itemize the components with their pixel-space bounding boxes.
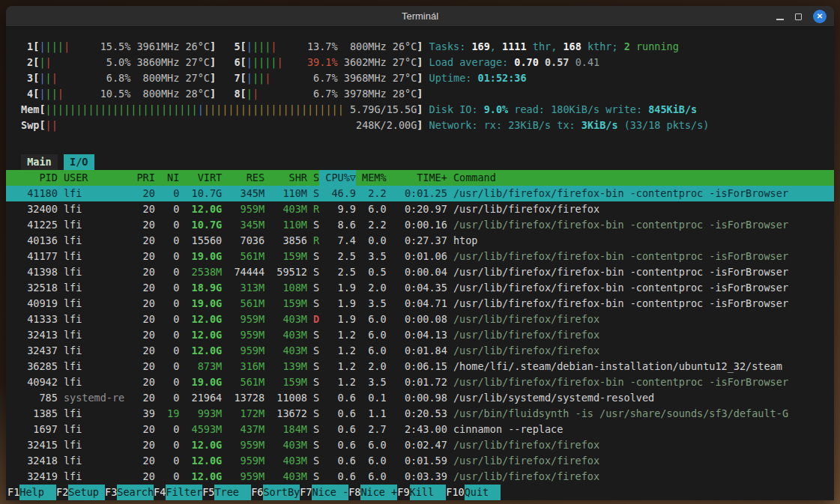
cell-virt: 19.0G bbox=[179, 374, 222, 390]
meter-spacer bbox=[58, 118, 356, 133]
column-header-pid[interactable]: PID bbox=[21, 170, 58, 186]
cell-s: S bbox=[307, 343, 319, 359]
fnkey-sortby[interactable]: F6SortBy bbox=[251, 485, 300, 500]
cell-ni: 0 bbox=[155, 280, 180, 296]
meter-pipes: | bbox=[39, 39, 45, 55]
fnkey-help[interactable]: F1Help bbox=[7, 485, 56, 500]
close-button[interactable]: ✕ bbox=[813, 10, 827, 23]
fnkey-filter[interactable]: F4Filter bbox=[154, 485, 202, 500]
cell-pri: 20 bbox=[130, 217, 155, 233]
meter-left: Mem[||||||||||||||||||||||||||||||||||||… bbox=[21, 102, 423, 118]
column-header-pri[interactable]: PRI bbox=[130, 170, 155, 186]
process-row[interactable]: 41177lfi20019.0G561M159MS2.53.50:01.06/u… bbox=[6, 249, 834, 264]
cell-pid: 32518 bbox=[21, 280, 58, 296]
cell-time: 0:01.72 bbox=[387, 374, 447, 390]
info-part: 01:52:36 bbox=[478, 72, 527, 84]
meter-pipes: | bbox=[271, 39, 277, 55]
process-row[interactable]: 40136lfi2001556070363856R7.40.00:27.37ht… bbox=[6, 233, 834, 249]
column-header-mem[interactable]: MEM% bbox=[356, 170, 387, 186]
process-row[interactable]: 785systemd-re200219641372811008S0.60.10:… bbox=[6, 390, 834, 406]
minimize-button[interactable] bbox=[776, 13, 784, 20]
cell-ni: 0 bbox=[155, 422, 180, 437]
meter-pipes: | bbox=[277, 55, 282, 70]
meter-pipes: | bbox=[265, 70, 271, 86]
cell-user: lfi bbox=[64, 374, 130, 390]
column-header-cpu[interactable]: CPU%▽ bbox=[319, 170, 356, 186]
cell-time: 2:43.00 bbox=[387, 422, 447, 437]
process-row[interactable]: 32400lfi20012.0G959M403MR9.96.00:20.97/u… bbox=[6, 201, 834, 217]
process-row[interactable]: 41225lfi20010.7G345M110MS8.62.20:00.16/u… bbox=[6, 217, 834, 233]
process-row[interactable]: 41398lfi2002538M7444459512S2.50.50:00.04… bbox=[6, 264, 834, 280]
cell-ni: 0 bbox=[155, 390, 180, 406]
cell-mem: 6.0 bbox=[356, 437, 387, 453]
column-header-shr[interactable]: SHR bbox=[265, 170, 307, 186]
info-part: tx: bbox=[551, 119, 581, 131]
window-controls: ✕ bbox=[776, 6, 827, 27]
process-row[interactable]: 1385lfi3919993M172M13672S0.61.10:20.53/u… bbox=[6, 406, 834, 422]
tab-io[interactable]: I/O bbox=[64, 154, 94, 170]
meter-value: 10.5% 800MHz 28°C bbox=[100, 86, 210, 102]
meter-left: 2[|| 5.0% 3860MHz 27°C]6[||||||39.1% 360… bbox=[21, 55, 423, 70]
process-row[interactable]: 32518lfi20018.9G313M108MS1.92.00:04.35/u… bbox=[6, 280, 834, 296]
cell-cpu: 1.9 bbox=[319, 312, 356, 327]
maximize-button[interactable] bbox=[795, 13, 802, 20]
cell-res: 172M bbox=[222, 406, 265, 422]
fnkey-tree[interactable]: F5Tree bbox=[202, 485, 251, 500]
process-row[interactable]: 32418lfi20012.0G959M403MS0.66.00:01.59/u… bbox=[6, 453, 834, 469]
cell-ni: 0 bbox=[155, 217, 180, 233]
fnkey-nice[interactable]: F8Nice + bbox=[348, 485, 397, 500]
meter-bar: ||||||39.1% 3602MHz 27°C bbox=[247, 55, 417, 70]
process-row[interactable]: 32437lfi20012.0G959M403MS1.26.00:01.84/u… bbox=[6, 343, 834, 359]
cell-user: lfi bbox=[64, 217, 130, 233]
fnkey-search[interactable]: F3Search bbox=[105, 485, 154, 500]
process-row[interactable]: 36285lfi200873M316M139MS1.22.00:06.15/ho… bbox=[6, 359, 834, 374]
fnkey-key: F8 bbox=[348, 485, 360, 500]
fnkey-kill[interactable]: F9Kill bbox=[397, 485, 446, 500]
process-row[interactable]: 41180lfi20010.7G345M110MS46.92.20:01.25/… bbox=[6, 186, 834, 201]
cell-cpu: 1.2 bbox=[319, 374, 356, 390]
fnkey-nice[interactable]: F7Nice - bbox=[300, 485, 348, 500]
process-row[interactable]: 32419lfi20012.0G959M403MS0.66.00:03.39/u… bbox=[6, 469, 834, 485]
process-row[interactable]: 40942lfi20019.0G561M159MS1.23.50:01.72/u… bbox=[6, 374, 834, 390]
fnkey-quit[interactable]: F10Quit bbox=[446, 485, 501, 500]
cell-mem: 6.0 bbox=[356, 327, 387, 343]
titlebar[interactable]: Terminál ✕ bbox=[6, 6, 834, 27]
cell-s: S bbox=[307, 406, 319, 422]
cell-user: lfi bbox=[64, 406, 130, 422]
process-row[interactable]: 32413lfi20012.0G959M403MS1.26.00:04.13/u… bbox=[6, 327, 834, 343]
column-header-cmd[interactable]: Command bbox=[453, 170, 834, 186]
cell-cmd: /usr/lib/firefox/firefox-bin -contentpro… bbox=[453, 296, 834, 312]
fnkey-key: F3 bbox=[105, 485, 117, 500]
column-header-s[interactable]: S bbox=[307, 170, 319, 186]
process-row[interactable]: 41333lfi20012.0G959M403MD1.96.00:00.08/u… bbox=[6, 312, 834, 327]
process-row[interactable]: 1697lfi2004593M437M184MS0.62.72:43.00cin… bbox=[6, 422, 834, 437]
fnkey-setup[interactable]: F2Setup bbox=[56, 485, 105, 500]
cell-shr: 3856 bbox=[265, 233, 307, 249]
column-header-time[interactable]: TIME+ bbox=[387, 170, 447, 186]
tab-main[interactable]: Main bbox=[21, 154, 58, 170]
column-header-ni[interactable]: NI bbox=[155, 170, 180, 186]
cell-s: S bbox=[307, 327, 319, 343]
meter-value: 5.79G/15.5G bbox=[350, 102, 417, 118]
meter-bracket: ] bbox=[210, 70, 216, 86]
cpu-meter-3: 3[||| 6.8% 800MHz 27°C] bbox=[21, 70, 216, 86]
cell-pri: 20 bbox=[130, 390, 155, 406]
meter-pipes: | bbox=[52, 70, 58, 86]
cell-time: 0:00.08 bbox=[387, 312, 447, 327]
cell-time: 0:27.37 bbox=[387, 233, 447, 249]
process-row[interactable]: 32415lfi20012.0G959M403MS0.66.00:02.47/u… bbox=[6, 437, 834, 453]
cell-s: S bbox=[307, 469, 319, 485]
cell-cmd: /usr/lib/systemd/systemd-resolved bbox=[453, 390, 834, 406]
cell-time: 0:04.13 bbox=[387, 327, 447, 343]
meter-pipes: | bbox=[58, 86, 64, 102]
column-header-virt[interactable]: VIRT bbox=[179, 170, 222, 186]
cell-shr: 159M bbox=[265, 374, 307, 390]
column-header-res[interactable]: RES bbox=[222, 170, 265, 186]
process-row[interactable]: 40919lfi20019.0G561M159MS1.93.50:04.71/u… bbox=[6, 296, 834, 312]
column-header-user[interactable]: USER bbox=[64, 170, 130, 186]
cell-s: R bbox=[307, 233, 319, 249]
meter-bracket: ] bbox=[417, 86, 423, 102]
meter-pipes: | bbox=[64, 39, 70, 55]
fnkey-label: Filter bbox=[166, 485, 202, 500]
cell-s: S bbox=[307, 390, 319, 406]
